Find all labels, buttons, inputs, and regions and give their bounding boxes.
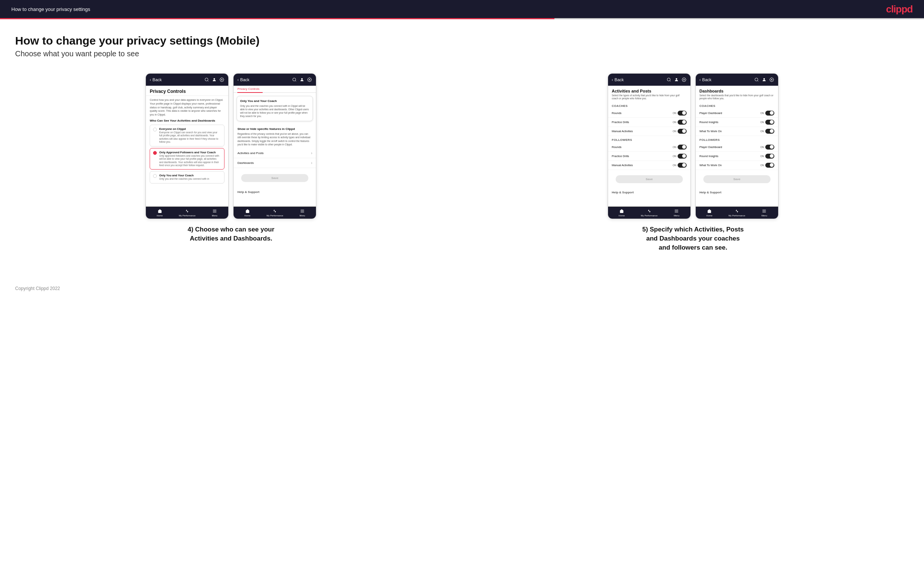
chevron-icon-4: ‹ — [699, 78, 701, 82]
profile-icon-3[interactable] — [674, 77, 679, 82]
nav-performance-3[interactable]: My Performance — [635, 208, 663, 217]
page-subheading: Choose what you want people to see — [15, 50, 909, 58]
performance-icon-3 — [647, 208, 652, 214]
dashboards-item[interactable]: Dashboards › — [234, 158, 316, 168]
nav-menu-label-2: Menu — [299, 214, 305, 217]
search-icon[interactable] — [204, 77, 209, 82]
save-container-4: Save — [696, 170, 778, 189]
top-bar: How to change your privacy settings clip… — [0, 0, 924, 18]
nav-performance-2[interactable]: My Performance — [261, 208, 289, 217]
on-label-player-dash: ON — [760, 112, 764, 114]
radio-option-only-coach[interactable]: Only You and Your Coach Only you and the… — [150, 171, 225, 183]
toggle-switch-round-insights-follower[interactable] — [765, 154, 774, 159]
player-dash-coach-label: Player Dashboard — [699, 111, 722, 115]
toggle-switch-rounds-coach[interactable] — [678, 111, 687, 116]
svg-point-1 — [221, 79, 223, 81]
toggle-what-work-follower[interactable]: What To Work On ON — [696, 161, 778, 170]
back-button-2[interactable]: ‹ Back — [237, 77, 249, 82]
toggle-player-dash-follower-control: ON — [760, 145, 774, 150]
back-button-3[interactable]: ‹ Back — [612, 77, 624, 82]
phone-content-2: Privacy Controls Only You and Your Coach… — [234, 86, 316, 206]
settings-icon[interactable] — [219, 77, 225, 82]
nav-menu-2[interactable]: Menu — [289, 208, 316, 217]
what-work-coach-label: What To Work On — [699, 129, 722, 133]
toggle-what-work-coach[interactable]: What To Work On ON — [696, 127, 778, 136]
manual-coach-label: Manual Activities — [612, 129, 633, 133]
nav-menu-1[interactable]: Menu — [201, 208, 229, 217]
settings-icon-3[interactable] — [682, 77, 687, 82]
profile-icon-4[interactable] — [761, 77, 767, 82]
toggle-drills-coach[interactable]: Practice Drills ON — [608, 118, 690, 127]
profile-icon-2[interactable] — [299, 77, 305, 82]
settings-icon-4[interactable] — [769, 77, 774, 82]
nav-performance-1[interactable]: My Performance — [173, 208, 201, 217]
svg-point-16 — [771, 79, 772, 81]
nav-home-3[interactable]: Home — [608, 208, 636, 217]
toggle-switch-what-work-follower[interactable] — [765, 163, 774, 168]
toggle-drills-coach-control: ON — [673, 120, 687, 125]
nav-home-4[interactable]: Home — [696, 208, 723, 217]
nav-performance-label-1: My Performance — [179, 214, 195, 217]
nav-home-label-4: Home — [706, 214, 712, 217]
nav-performance-4[interactable]: My Performance — [723, 208, 751, 217]
activities-posts-item[interactable]: Activities and Posts › — [234, 148, 316, 158]
tab-privacy-controls[interactable]: Privacy Controls — [237, 86, 262, 93]
toggle-switch-manual-coach[interactable] — [678, 129, 687, 134]
toggle-switch-round-insights[interactable] — [765, 120, 774, 125]
search-icon-3[interactable] — [666, 77, 672, 82]
home-icon-1 — [157, 208, 163, 214]
save-button-2[interactable]: Save — [241, 174, 309, 182]
on-label-drills-follower: ON — [673, 155, 677, 158]
save-container-2: Save — [234, 168, 316, 188]
search-icon-2[interactable] — [292, 77, 297, 82]
nav-home-2[interactable]: Home — [234, 208, 261, 217]
radio-content-approved: Only Approved Followers and Your Coach O… — [159, 151, 221, 167]
radio-label-everyone: Everyone on Clippd — [159, 127, 221, 131]
radio-circle-only-coach — [153, 174, 157, 178]
toggle-round-insights-coach[interactable]: Round Insights ON — [696, 118, 778, 127]
toggle-switch-manual-follower[interactable] — [678, 163, 687, 168]
nav-home-label-3: Home — [619, 214, 625, 217]
nav-menu-4[interactable]: Menu — [751, 208, 778, 217]
nav-home-1[interactable]: Home — [146, 208, 173, 217]
toggle-switch-rounds-follower[interactable] — [678, 145, 687, 150]
toggle-switch-drills-follower[interactable] — [678, 154, 687, 159]
menu-icon-4 — [761, 208, 767, 214]
toggle-player-dash-coach[interactable]: Player Dashboard ON — [696, 109, 778, 118]
logo: clippd — [886, 3, 913, 15]
popup-desc: Only you and the coaches you connect wit… — [240, 104, 310, 118]
mockups-row: ‹ Back — [15, 73, 909, 252]
toggle-rounds-coach[interactable]: Rounds ON — [608, 109, 690, 118]
phone-top-bar-4: ‹ Back — [696, 74, 778, 86]
toggle-switch-player-dash-follower[interactable] — [765, 145, 774, 150]
nav-menu-3[interactable]: Menu — [663, 208, 690, 217]
menu-icon-2 — [300, 208, 305, 214]
search-icon-4[interactable] — [754, 77, 759, 82]
phone-screen-4: ‹ Back — [695, 73, 779, 219]
menu-icon-3 — [674, 208, 679, 214]
phone-bottom-nav-2: Home My Performance Menu — [234, 206, 316, 219]
home-icon-3 — [619, 208, 624, 214]
home-icon-4 — [707, 208, 712, 214]
save-button-3[interactable]: Save — [615, 175, 683, 183]
back-button-4[interactable]: ‹ Back — [699, 77, 712, 82]
help-support-4[interactable]: Help & Support — [696, 189, 778, 197]
save-button-4[interactable]: Save — [703, 175, 771, 183]
help-support-2[interactable]: Help & Support — [234, 188, 316, 196]
toggle-round-insights-follower[interactable]: Round Insights ON — [696, 152, 778, 161]
back-button-1[interactable]: ‹ Back — [150, 77, 162, 82]
toggle-manual-coach[interactable]: Manual Activities ON — [608, 127, 690, 136]
profile-icon[interactable] — [212, 77, 217, 82]
toggle-rounds-follower[interactable]: Rounds ON — [608, 143, 690, 152]
toggle-player-dash-follower[interactable]: Player Dashboard ON — [696, 143, 778, 152]
radio-option-everyone[interactable]: Everyone on Clippd Everyone on Clippd ca… — [150, 125, 225, 147]
settings-icon-2[interactable] — [307, 77, 312, 82]
toggle-switch-player-dash[interactable] — [765, 111, 774, 116]
toggle-drills-follower[interactable]: Practice Drills ON — [608, 152, 690, 161]
toggle-switch-what-work[interactable] — [765, 129, 774, 134]
toggle-manual-follower[interactable]: Manual Activities ON — [608, 161, 690, 170]
dash-title: Dashboards — [699, 89, 774, 93]
radio-option-approved[interactable]: Only Approved Followers and Your Coach O… — [150, 148, 225, 170]
toggle-switch-drills-coach[interactable] — [678, 120, 687, 125]
help-support-3[interactable]: Help & Support — [608, 189, 690, 197]
